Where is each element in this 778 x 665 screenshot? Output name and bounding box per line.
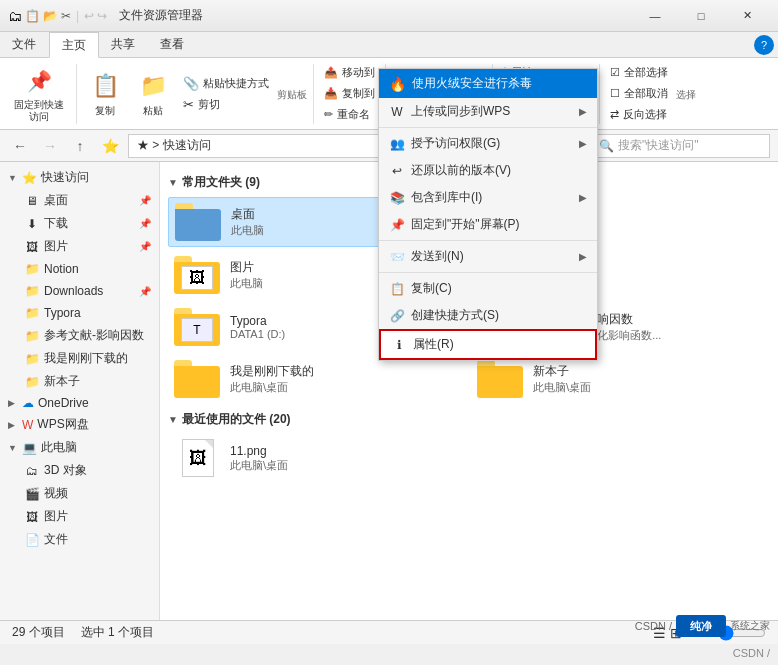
- tab-file[interactable]: 文件: [0, 32, 49, 57]
- paste-button[interactable]: 📁 粘贴: [131, 68, 175, 120]
- sidebar-item-pictures-pc[interactable]: 🖼 图片: [16, 505, 159, 528]
- frequent-expand-icon[interactable]: ▼: [168, 177, 178, 188]
- sidebar-item-documents[interactable]: 📄 文件: [16, 528, 159, 551]
- sidebar-section-quick-access[interactable]: ▼ ⭐ 快速访问: [0, 166, 159, 189]
- cut-button[interactable]: ✂ 剪切: [179, 95, 273, 114]
- sidebar-label-3d: 3D 对象: [44, 462, 87, 479]
- search-box[interactable]: 🔍 搜索"快速访问": [590, 134, 770, 158]
- separator-2: [313, 64, 314, 124]
- sidebar-section-wps[interactable]: ▶ W WPS网盘: [0, 413, 159, 436]
- sidebar-item-videos[interactable]: 🎬 视频: [16, 482, 159, 505]
- sidebar-item-downloads-folder[interactable]: 📁 Downloads 📌: [16, 280, 159, 302]
- copy-left: 📋 复制(C): [389, 280, 452, 297]
- menu-item-properties[interactable]: ℹ 属性(R): [379, 329, 597, 360]
- sidebar-item-notebook[interactable]: 📁 新本子: [16, 370, 159, 393]
- menu-item-create-shortcut[interactable]: 🔗 创建快捷方式(S): [379, 302, 597, 329]
- new-downloads-path: 此电脑\桌面: [230, 380, 461, 395]
- copy-menu-icon: 📋: [389, 281, 405, 297]
- sidebar-item-desktop[interactable]: 🖥 桌面 📌: [16, 189, 159, 212]
- sidebar-item-pictures[interactable]: 🖼 图片 📌: [16, 235, 159, 258]
- properties-label: 属性(R): [413, 336, 454, 353]
- paste-shortcut-button[interactable]: 📎 粘贴快捷方式: [179, 74, 273, 93]
- pictures-pc-icon: 🖼: [24, 509, 40, 525]
- downloads-folder-icon: 📁: [24, 283, 40, 299]
- onedrive-icon: ☁: [22, 396, 34, 410]
- fire-icon: 🔥: [389, 76, 406, 92]
- pin-start-icon: 📌: [389, 217, 405, 233]
- select-none-icon: ☐: [610, 87, 620, 100]
- logo-text: 纯净: [690, 619, 712, 634]
- menu-item-send-to[interactable]: 📨 发送到(N) ▶: [379, 243, 597, 270]
- grant-access-icon: 👥: [389, 136, 405, 152]
- separator-1: [76, 64, 77, 124]
- back-button[interactable]: ←: [8, 134, 32, 158]
- send-to-left: 📨 发送到(N): [389, 248, 464, 265]
- copy-to-button[interactable]: 📥 复制到: [320, 84, 379, 103]
- tab-share[interactable]: 共享: [99, 32, 148, 57]
- sidebar-label-onedrive: OneDrive: [38, 396, 89, 410]
- title-icon-1: 📋: [25, 9, 40, 23]
- tab-home[interactable]: 主页: [49, 32, 99, 58]
- folder-item-new-downloads[interactable]: 我是刚刚下载的 此电脑\桌面: [168, 355, 467, 403]
- csdn-watermark: CSDN / 纯净 系统之家: [635, 615, 770, 637]
- sidebar-item-notion[interactable]: 📁 Notion: [16, 258, 159, 280]
- sidebar-section-this-pc[interactable]: ▼ 💻 此电脑: [0, 436, 159, 459]
- expand-this-pc-icon: ▼: [8, 443, 18, 453]
- maximize-button[interactable]: □: [678, 0, 724, 32]
- menu-item-include-library[interactable]: 📚 包含到库中(I) ▶: [379, 184, 597, 211]
- new-downloads-name: 我是刚刚下载的: [230, 363, 461, 380]
- folder-item-notebook[interactable]: 新本子 此电脑\桌面: [471, 355, 770, 403]
- sidebar-item-3d[interactable]: 🗂 3D 对象: [16, 459, 159, 482]
- minimize-button[interactable]: —: [632, 0, 678, 32]
- paste-icon: 📁: [137, 70, 169, 102]
- forward-button[interactable]: →: [38, 134, 62, 158]
- wps-upload-left: W 上传或同步到WPS: [389, 103, 510, 120]
- sidebar-item-typora[interactable]: 📁 Typora: [16, 302, 159, 324]
- 3d-icon: 🗂: [24, 463, 40, 479]
- context-menu-header: 🔥 使用火绒安全进行杀毒: [379, 69, 597, 98]
- recent-expand-icon[interactable]: ▼: [168, 414, 178, 425]
- move-to-button[interactable]: 📤 移动到: [320, 63, 379, 82]
- recent-file-item-1[interactable]: 🖼 11.png 此电脑\桌面: [168, 434, 448, 482]
- menu-item-copy[interactable]: 📋 复制(C): [379, 275, 597, 302]
- title-bar-icons: 🗂 📋 📂 ✂ | ↩ ↪: [8, 8, 107, 24]
- brand-text: 系统之家: [730, 619, 770, 633]
- rename-button[interactable]: ✏ 重命名: [320, 105, 379, 124]
- sidebar-item-new[interactable]: 📁 我是刚刚下载的: [16, 347, 159, 370]
- help-button[interactable]: ?: [754, 35, 774, 55]
- title-icon-2: 📂: [43, 9, 58, 23]
- recent-paths-button[interactable]: ⭐: [98, 134, 122, 158]
- menu-item-wps-upload[interactable]: W 上传或同步到WPS ▶: [379, 98, 597, 125]
- send-to-label: 发送到(N): [411, 248, 464, 265]
- tab-view[interactable]: 查看: [148, 32, 197, 57]
- sidebar-item-download[interactable]: ⬇ 下载 📌: [16, 212, 159, 235]
- title-separator: |: [76, 9, 79, 23]
- menu-item-restore[interactable]: ↩ 还原以前的版本(V): [379, 157, 597, 184]
- address-text: ★ > 快速访问: [137, 137, 211, 154]
- sidebar-item-ref[interactable]: 📁 参考文献-影响因数: [16, 324, 159, 347]
- pin-start-left: 📌 固定到"开始"屏幕(P): [389, 216, 520, 233]
- select-label: 选择: [676, 88, 696, 102]
- notebook-folder-name: 新本子: [533, 363, 764, 380]
- copy-button[interactable]: 📋 复制: [83, 68, 127, 120]
- include-library-label: 包含到库中(I): [411, 189, 482, 206]
- select-none-button[interactable]: ☐ 全部取消: [606, 84, 672, 103]
- wps-upload-arrow: ▶: [579, 106, 587, 117]
- up-button[interactable]: ↑: [68, 134, 92, 158]
- invert-select-button[interactable]: ⇄ 反向选择: [606, 105, 672, 124]
- close-button[interactable]: ✕: [724, 0, 770, 32]
- menu-item-grant-access[interactable]: 👥 授予访问权限(G) ▶: [379, 130, 597, 157]
- menu-item-pin-start[interactable]: 📌 固定到"开始"屏幕(P): [379, 211, 597, 238]
- grant-access-label: 授予访问权限(G): [411, 135, 500, 152]
- file-info-1: 11.png 此电脑\桌面: [230, 444, 442, 473]
- grant-access-arrow: ▶: [579, 138, 587, 149]
- sidebar-label-download: 下载: [44, 215, 68, 232]
- sidebar-icon-star: ⭐: [22, 171, 37, 185]
- typora-preview-icon: T: [181, 318, 213, 342]
- items-count: 29 个项目: [12, 624, 65, 641]
- select-all-button[interactable]: ☑ 全部选择: [606, 63, 672, 82]
- sidebar-section-onedrive[interactable]: ▶ ☁ OneDrive: [0, 393, 159, 413]
- create-shortcut-icon: 🔗: [389, 308, 405, 324]
- pin-quick-access-button[interactable]: 📌 固定到快速访问: [8, 63, 70, 125]
- select-all-icon: ☑: [610, 66, 620, 79]
